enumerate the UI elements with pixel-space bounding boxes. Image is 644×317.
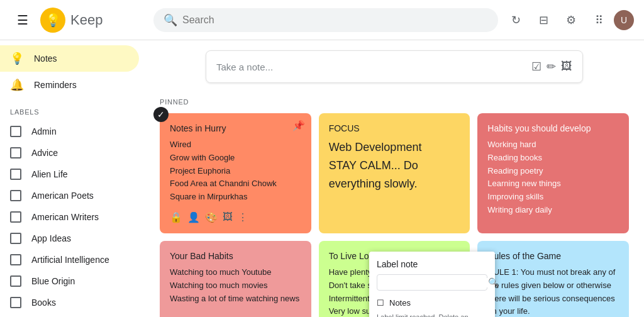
search-icon: 🔍: [164, 13, 177, 27]
label-popup-warning: Label limit reached. Delete an existing …: [377, 313, 487, 317]
image-add-icon[interactable]: 🖼: [223, 211, 233, 223]
color-icon[interactable]: 🎨: [205, 211, 218, 223]
note-card-habits[interactable]: Habits you should develop Working hardRe…: [477, 113, 629, 233]
note-input-bar[interactable]: Take a note... ☑ ✏ 🖼: [206, 50, 583, 83]
label-item-checkbox: ☐: [377, 298, 384, 308]
main-content: Take a note... ☑ ✏ 🖼 PINNED ✓ 📌 Notes in…: [145, 40, 644, 317]
search-input[interactable]: [182, 14, 488, 26]
label-search-icon: 🔍: [488, 277, 499, 287]
note-title-focus: FOCUS: [329, 123, 460, 133]
note-card-rules[interactable]: Rules of the Game RULE 1: You must not b…: [477, 241, 629, 317]
note-body-focus: Web DevelopmentSTAY CALM... Do everythin…: [329, 138, 460, 192]
note-title-rules: Rules of the Game: [487, 251, 619, 261]
collaborate-icon[interactable]: 👤: [187, 211, 200, 223]
note-body-notes-in-hurry: WiredGrow with GoogleProject EuphoriaFoo…: [170, 138, 301, 204]
label-icon-american-poets: [10, 190, 21, 201]
app-header: ☰ Keep 🔍 ↻ ⊟ ⚙ ⠿ U: [0, 0, 644, 40]
note-card-bad-habits[interactable]: Your Bad Habits Watching too much Youtub…: [160, 241, 311, 317]
menu-button[interactable]: ☰: [10, 8, 35, 33]
label-american-writers-text: American Writers: [31, 212, 99, 222]
note-card-notes-in-hurry[interactable]: ✓ 📌 Notes in Hurry WiredGrow with Google…: [160, 113, 311, 233]
note-footer-notes-in-hurry: 🔒 👤 🎨 🖼 ⋮: [170, 211, 301, 223]
label-icon-american-writers: [10, 211, 21, 223]
label-american-poets-text: American Poets: [31, 191, 94, 201]
app-logo: [40, 8, 65, 33]
sidebar-notes-label: Notes: [34, 53, 57, 64]
sidebar-item-admin[interactable]: Admin: [0, 121, 139, 142]
pin-icon: 📌: [292, 120, 305, 131]
note-input-icons: ☑ ✏ 🖼: [531, 60, 572, 74]
list-icon: ⊟: [539, 13, 548, 27]
pencil-icon[interactable]: ✏: [547, 60, 556, 74]
label-icon-admin: [10, 126, 21, 137]
note-card-focus[interactable]: FOCUS Web DevelopmentSTAY CALM... Do eve…: [319, 113, 470, 233]
label-popup: Label note 🔍 ☐ Notes Label limit reached…: [369, 252, 495, 317]
label-admin-text: Admin: [31, 126, 57, 136]
sidebar: 💡 Notes 🔔 Reminders LABELS Admin Advice …: [0, 40, 145, 317]
label-icon-ai: [10, 254, 21, 265]
note-title-bad-habits: Your Bad Habits: [170, 251, 301, 261]
apps-button[interactable]: ⠿: [586, 8, 611, 33]
sidebar-item-reminders[interactable]: 🔔 Reminders: [0, 72, 139, 98]
label-popup-item-notes[interactable]: ☐ Notes: [377, 296, 487, 310]
labels-section-header: LABELS: [0, 103, 144, 121]
note-body-habits: Working hardReading booksReading poetryL…: [487, 138, 619, 217]
search-bar[interactable]: 🔍: [153, 8, 498, 32]
sidebar-reminders-label: Reminders: [34, 80, 77, 90]
sidebar-item-notes[interactable]: 💡 Notes: [0, 45, 139, 72]
more-icon[interactable]: ⋮: [238, 211, 248, 223]
settings-button[interactable]: ⚙: [558, 8, 584, 33]
note-input-placeholder: Take a note...: [216, 62, 521, 72]
label-app-ideas-text: App Ideas: [31, 233, 71, 243]
reminders-icon: 🔔: [10, 78, 24, 92]
label-icon-app-ideas: [10, 233, 21, 244]
note-body-bad-habits: Watching too much YoutubeWatching too mu…: [170, 266, 301, 305]
app-body: 💡 Notes 🔔 Reminders LABELS Admin Advice …: [0, 40, 644, 317]
refresh-icon: ↻: [511, 13, 521, 27]
label-popup-title: Label note: [377, 259, 487, 269]
label-books-text: Books: [31, 298, 56, 308]
label-item-text: Notes: [389, 298, 411, 308]
avatar[interactable]: U: [614, 10, 634, 30]
apps-icon: ⠿: [595, 13, 603, 27]
refresh-button[interactable]: ↻: [503, 8, 528, 33]
label-search-input[interactable]: [382, 278, 488, 287]
label-icon-books: [10, 297, 21, 308]
list-view-button[interactable]: ⊟: [531, 8, 556, 33]
checkbox-icon[interactable]: ☑: [531, 60, 541, 74]
app-title: Keep: [70, 12, 103, 28]
sidebar-item-american-poets[interactable]: American Poets: [0, 185, 139, 206]
hamburger-icon: ☰: [17, 13, 28, 28]
note-title-habits: Habits you should develop: [487, 123, 619, 133]
label-advice-text: Advice: [31, 148, 58, 158]
note-selected-check: ✓: [153, 107, 169, 122]
lock-icon[interactable]: 🔒: [170, 211, 182, 223]
label-blue-origin-text: Blue Origin: [31, 276, 75, 286]
header-actions: ↻ ⊟ ⚙ ⠿ U: [503, 8, 634, 33]
label-icon-advice: [10, 147, 21, 158]
settings-icon: ⚙: [566, 13, 576, 27]
label-icon-alien-life: [10, 169, 21, 180]
label-icon-blue-origin: [10, 275, 21, 287]
notes-icon: 💡: [10, 52, 24, 65]
note-body-rules: RULE 1: You must not break any of the ru…: [487, 266, 619, 317]
sidebar-item-alien-life[interactable]: Alien Life: [0, 164, 139, 185]
sidebar-item-blue-origin[interactable]: Blue Origin: [0, 270, 139, 292]
sidebar-item-american-writers[interactable]: American Writers: [0, 206, 139, 228]
sidebar-item-books[interactable]: Books: [0, 292, 139, 313]
sidebar-item-advice[interactable]: Advice: [0, 142, 139, 164]
label-popup-search[interactable]: 🔍: [377, 274, 487, 291]
label-ai-text: Artificial Intelligence: [31, 255, 109, 265]
note-title-notes-in-hurry: Notes in Hurry: [170, 123, 301, 133]
header-left: ☰ Keep: [10, 8, 148, 33]
image-icon[interactable]: 🖼: [561, 60, 572, 74]
notes-grid-pinned: ✓ 📌 Notes in Hurry WiredGrow with Google…: [160, 113, 629, 233]
label-alien-life-text: Alien Life: [31, 169, 68, 179]
sidebar-item-app-ideas[interactable]: App Ideas: [0, 228, 139, 249]
sidebar-item-artificial-intelligence[interactable]: Artificial Intelligence: [0, 249, 139, 270]
pinned-section-label: PINNED: [160, 98, 629, 106]
